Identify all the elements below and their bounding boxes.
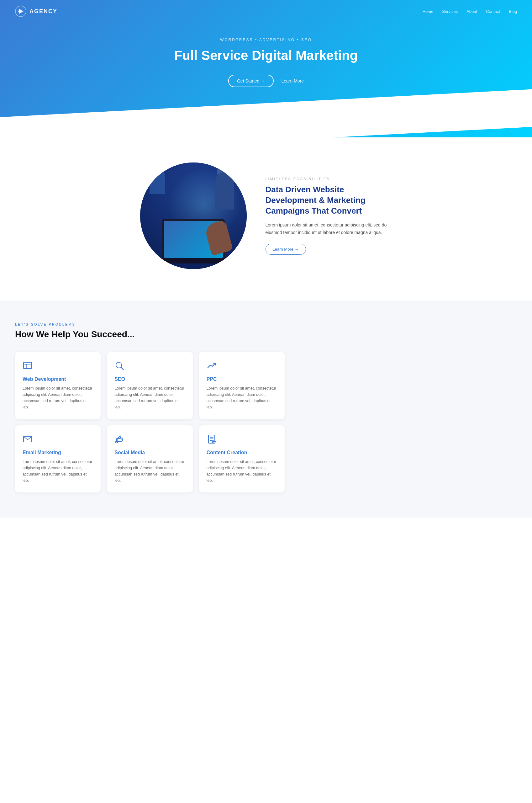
- nav-item-blog[interactable]: Blog: [509, 8, 517, 14]
- navbar: AGENCY Home Services About Contact Blog: [0, 0, 532, 23]
- web-dev-icon: [23, 361, 33, 371]
- email-icon: [23, 434, 33, 444]
- seo-name: SEO: [114, 376, 185, 382]
- content-desc: Lorem ipsum dolor sit amet, consectetur …: [207, 459, 277, 484]
- services-section: LET'S SOLVE PROBLEMS How We Help You Suc…: [0, 300, 532, 518]
- bg-person-head: [152, 164, 163, 175]
- svg-rect-5: [23, 364, 26, 369]
- nav-item-about[interactable]: About: [467, 8, 477, 14]
- web-dev-name: Web Development: [23, 376, 93, 382]
- nav-links: Home Services About Contact Blog: [423, 8, 517, 14]
- services-tag: LET'S SOLVE PROBLEMS: [15, 322, 517, 326]
- service-card-web-dev: Web Development Lorem ipsum dolor sit am…: [15, 352, 101, 419]
- get-started-button[interactable]: Get Started →: [228, 75, 274, 87]
- seo-icon: [114, 361, 125, 371]
- service-card-seo: SEO Lorem ipsum dolor sit amet, consecte…: [107, 352, 192, 419]
- svg-point-2: [18, 10, 20, 12]
- data-learn-more-button[interactable]: Learn More →: [266, 244, 306, 255]
- ppc-desc: Lorem ipsum dolor sit amet, consectetur …: [207, 385, 277, 410]
- keyboard-area: [159, 258, 228, 263]
- service-card-email: Email Marketing Lorem ipsum dolor sit am…: [15, 425, 101, 492]
- data-section-title: Data Driven Website Development & Market…: [266, 184, 392, 216]
- service-card-ppc: PPC Lorem ipsum dolor sit amet, consecte…: [199, 352, 285, 419]
- office-image: [140, 163, 247, 269]
- email-name: Email Marketing: [23, 450, 93, 455]
- content-name: Content Creation: [207, 450, 277, 455]
- services-grid: Web Development Lorem ipsum dolor sit am…: [15, 352, 285, 492]
- social-desc: Lorem ipsum dolor sit amet, consectetur …: [114, 459, 185, 484]
- ppc-icon: [207, 361, 216, 371]
- service-card-social: Social Media Lorem ipsum dolor sit amet,…: [107, 425, 192, 492]
- data-section-tag: LIMITLESS POSSIBILITIES: [266, 177, 392, 181]
- data-driven-section: LIMITLESS POSSIBILITIES Data Driven Webs…: [125, 137, 407, 300]
- data-content: LIMITLESS POSSIBILITIES Data Driven Webs…: [266, 177, 392, 255]
- svg-rect-3: [23, 362, 32, 369]
- circle-image: [140, 163, 247, 269]
- seo-desc: Lorem ipsum dolor sit amet, consectetur …: [114, 385, 185, 410]
- logo[interactable]: AGENCY: [15, 6, 57, 17]
- ppc-name: PPC: [207, 376, 277, 382]
- nav-item-services[interactable]: Services: [442, 8, 458, 14]
- svg-line-7: [121, 367, 124, 370]
- social-name: Social Media: [114, 450, 185, 455]
- social-icon: [114, 434, 125, 444]
- services-title: How We Help You Succeed...: [15, 329, 517, 339]
- hero-title: Full Service Digital Marketing: [15, 48, 517, 63]
- person-silhouette-body: [215, 172, 234, 209]
- content-icon: [207, 434, 216, 444]
- brand-name: AGENCY: [30, 8, 57, 15]
- email-desc: Lorem ipsum dolor sit amet, consectetur …: [23, 459, 93, 484]
- hero-buttons: Get Started → Learn More: [15, 75, 517, 87]
- service-card-content: Content Creation Lorem ipsum dolor sit a…: [199, 425, 285, 492]
- learn-more-hero-button[interactable]: Learn More: [281, 78, 304, 83]
- nav-item-contact[interactable]: Contact: [486, 8, 500, 14]
- web-dev-desc: Lorem ipsum dolor sit amet, consectetur …: [23, 385, 93, 410]
- nav-item-home[interactable]: Home: [423, 8, 434, 14]
- data-section-description: Lorem ipsum dolor sit amet, consectetur …: [266, 221, 392, 237]
- hero-tagline: WORDPRESS • ADVERTISING • SEO: [15, 38, 517, 42]
- logo-icon: [15, 6, 26, 17]
